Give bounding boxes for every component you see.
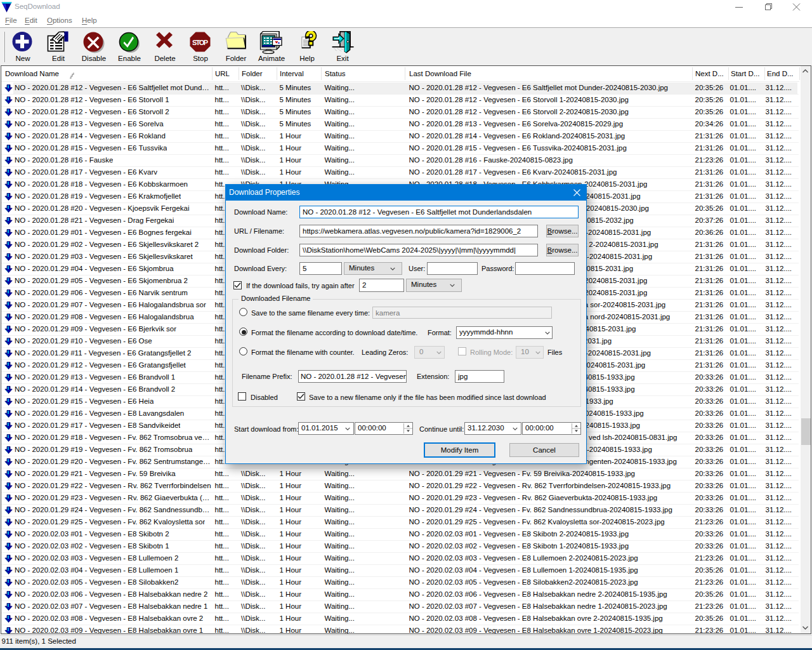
svg-text:STOP: STOP [192, 39, 208, 46]
